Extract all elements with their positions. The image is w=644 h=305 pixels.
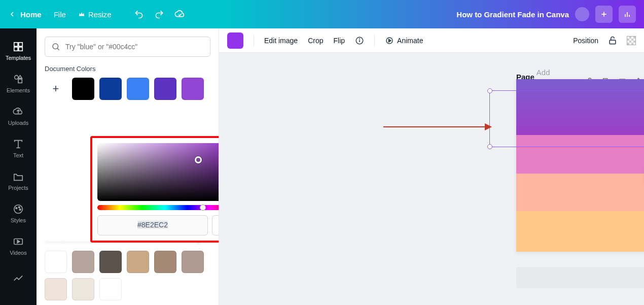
- color-swatch[interactable]: [154, 78, 176, 100]
- animate-icon: [385, 36, 394, 45]
- rail-uploads[interactable]: Uploads: [0, 99, 37, 132]
- crop-button[interactable]: Crop: [308, 37, 323, 45]
- svg-point-20: [53, 44, 58, 49]
- svg-rect-27: [610, 40, 616, 44]
- resize-label: Resize: [88, 10, 112, 19]
- palette-swatch[interactable]: [127, 251, 149, 273]
- rail-label: Videos: [10, 250, 26, 256]
- svg-marker-11: [18, 76, 22, 79]
- resize-handle-tl[interactable]: [487, 88, 492, 93]
- svg-point-24: [360, 38, 360, 39]
- gradient-stripe-4[interactable]: [516, 211, 644, 252]
- palette-row-1: [45, 251, 210, 273]
- color-swatch[interactable]: [182, 78, 204, 100]
- hex-row: #8E2EC2: [97, 215, 219, 235]
- palette-swatch[interactable]: [45, 251, 67, 273]
- rail-videos[interactable]: Videos: [0, 229, 37, 262]
- color-search[interactable]: [45, 37, 210, 57]
- rail-label: Projects: [8, 185, 28, 191]
- annotation-arrow-head: [485, 123, 492, 130]
- svg-point-14: [14, 205, 23, 214]
- color-panel: Document Colors + ────────────── ♕: [37, 28, 219, 305]
- topbar-left: Home File Resize: [8, 9, 186, 20]
- svg-rect-6: [19, 43, 22, 46]
- file-menu[interactable]: File: [54, 10, 66, 19]
- eyedropper-button[interactable]: [212, 215, 219, 235]
- rail-projects[interactable]: Projects: [0, 164, 37, 197]
- analytics-button[interactable]: [619, 6, 636, 23]
- color-swatch[interactable]: [127, 78, 149, 100]
- rail-label: Styles: [11, 217, 26, 223]
- search-icon: [51, 42, 60, 51]
- rail-label: Text: [13, 152, 23, 158]
- crown-icon: [78, 11, 85, 18]
- svg-marker-19: [17, 240, 20, 243]
- rail-label: Elements: [7, 87, 30, 93]
- rail-text[interactable]: Text: [0, 132, 37, 164]
- flip-button[interactable]: Flip: [334, 37, 345, 45]
- svg-point-15: [16, 208, 17, 209]
- color-swatch[interactable]: [72, 78, 94, 100]
- top-toolbar: Home File Resize How to Gradient Fade in…: [0, 0, 644, 28]
- info-icon[interactable]: [355, 36, 364, 45]
- resize-menu[interactable]: Resize: [78, 10, 112, 19]
- lock-group-icon[interactable]: [607, 36, 618, 46]
- color-picker: #8E2EC2: [90, 136, 219, 243]
- svg-rect-10: [18, 79, 22, 83]
- palette-swatch[interactable]: [72, 278, 94, 300]
- hex-input[interactable]: #8E2EC2: [97, 215, 208, 235]
- palette-row-2: [45, 278, 210, 300]
- canvas-column: Edit image Crop Flip Animate Position Pa…: [219, 28, 644, 305]
- undo-icon[interactable]: [134, 9, 144, 19]
- add-color-button[interactable]: +: [45, 78, 67, 100]
- hue-slider[interactable]: [97, 205, 219, 210]
- palette-swatch[interactable]: [154, 251, 176, 273]
- selection-box[interactable]: [489, 90, 644, 147]
- document-colors-label: Document Colors: [45, 65, 210, 73]
- element-toolbar: Edit image Crop Flip Animate Position: [219, 28, 644, 53]
- topbar-right: How to Gradient Fade in Canva: [456, 6, 636, 23]
- svg-rect-8: [19, 47, 22, 51]
- position-button[interactable]: Position: [573, 37, 598, 45]
- avatar[interactable]: [575, 7, 589, 21]
- rail-label: Uploads: [8, 120, 28, 126]
- hue-handle[interactable]: [200, 205, 206, 211]
- edit-image-button[interactable]: Edit image: [264, 37, 298, 45]
- svg-line-21: [57, 48, 59, 50]
- transparency-button[interactable]: [627, 36, 636, 45]
- fill-color-button[interactable]: [227, 32, 243, 49]
- saturation-value-area[interactable]: [97, 143, 219, 201]
- rail-templates[interactable]: Templates: [0, 35, 37, 67]
- history-group: [134, 9, 186, 20]
- rail-styles[interactable]: Styles: [0, 197, 37, 229]
- document-colors-row: +: [45, 78, 210, 100]
- canvas-area[interactable]: Page 2 - Add page title: [219, 53, 644, 305]
- color-swatch[interactable]: [99, 78, 122, 100]
- resize-handle-bl[interactable]: [487, 144, 492, 149]
- add-page-button[interactable]: + Add page: [516, 267, 644, 288]
- rail-more[interactable]: [0, 262, 37, 294]
- palette-swatch[interactable]: [45, 278, 67, 300]
- home-link[interactable]: Home: [8, 10, 42, 19]
- side-rail: Templates Elements Uploads Text Projects…: [0, 28, 37, 305]
- share-button[interactable]: [595, 6, 613, 23]
- palette-swatch[interactable]: [99, 278, 122, 300]
- document-title[interactable]: How to Gradient Fade in Canva: [456, 10, 569, 19]
- gradient-stripe-3[interactable]: [516, 174, 644, 211]
- svg-rect-5: [14, 43, 18, 46]
- rail-label: Templates: [6, 55, 31, 61]
- palette-swatch[interactable]: [72, 251, 94, 273]
- svg-point-16: [18, 207, 20, 208]
- palette-swatch[interactable]: [182, 251, 204, 273]
- redo-icon[interactable]: [154, 9, 164, 19]
- animate-button[interactable]: Animate: [385, 36, 423, 45]
- cloud-save-icon[interactable]: [174, 9, 186, 20]
- main-layout: Templates Elements Uploads Text Projects…: [0, 28, 644, 305]
- chevron-left-icon: [8, 10, 16, 18]
- search-input[interactable]: [65, 43, 204, 51]
- sv-handle[interactable]: [195, 156, 202, 163]
- rail-elements[interactable]: Elements: [0, 67, 37, 99]
- palette-swatch[interactable]: [99, 251, 122, 273]
- svg-point-17: [19, 209, 21, 211]
- svg-rect-7: [14, 47, 18, 51]
